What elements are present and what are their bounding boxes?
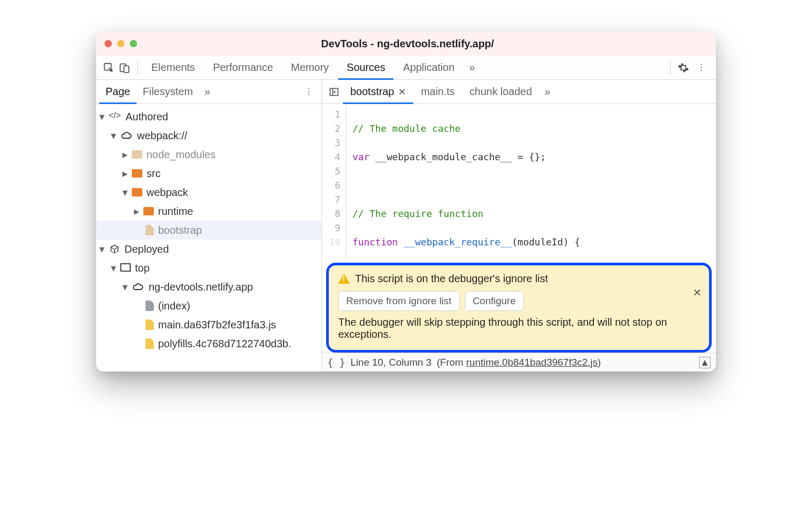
tree-label: (index)	[158, 300, 190, 312]
sidebar: Page Filesystem » ⋮ </> Authored webpack…	[96, 80, 322, 371]
titlebar: DevTools - ng-devtools.netlify.app/	[96, 32, 716, 56]
tab-memory[interactable]: Memory	[283, 56, 337, 80]
file-tab-label: main.ts	[421, 86, 454, 98]
tree-deployed[interactable]: Deployed	[96, 240, 321, 258]
line-number: 6	[322, 178, 340, 192]
sidebar-kebab-icon[interactable]: ⋮	[299, 87, 318, 97]
main-panel: Page Filesystem » ⋮ </> Authored webpack…	[96, 80, 716, 371]
sidebar-tabs: Page Filesystem » ⋮	[96, 80, 321, 104]
close-icon[interactable]: ✕	[398, 86, 406, 98]
tree-runtime[interactable]: runtime	[96, 202, 321, 221]
chevron-down-icon	[111, 262, 116, 274]
chevron-down-icon	[99, 110, 105, 123]
tree-polyfills[interactable]: polyfills.4c768d7122740d3b.	[96, 334, 321, 353]
pretty-print-icon[interactable]: { }	[327, 357, 345, 368]
tab-performance[interactable]: Performance	[204, 56, 282, 80]
tree-mainjs[interactable]: main.da63f7b2fe3f1fa3.js	[96, 315, 321, 334]
top-toolbar: Elements Performance Memory Sources Appl…	[96, 56, 716, 80]
folder-icon	[132, 188, 142, 197]
js-file-icon	[145, 319, 154, 330]
frame-icon	[120, 262, 131, 274]
tab-application[interactable]: Application	[394, 56, 463, 80]
collapse-icon[interactable]: ▲	[699, 357, 711, 368]
editor-panel: bootstrap ✕ main.ts chunk loaded » 1 2 3…	[322, 80, 716, 371]
file-icon	[145, 225, 154, 235]
tree-label: polyfills.4c768d7122740d3b.	[158, 338, 292, 350]
tree-label: ng-devtools.netlify.app	[149, 281, 253, 293]
tab-elements[interactable]: Elements	[143, 56, 203, 80]
tree-label: src	[147, 168, 161, 180]
js-file-icon	[145, 338, 154, 349]
kebab-icon[interactable]: ⋮	[692, 63, 711, 73]
svg-text:</>: </>	[109, 111, 121, 120]
statusbar: { } Line 10, Column 3 (From runtime.0b84…	[322, 353, 716, 371]
line-number: 5	[322, 164, 340, 178]
tree-node-modules[interactable]: node_modules	[96, 145, 321, 164]
close-window-button[interactable]	[105, 40, 112, 47]
tab-sources[interactable]: Sources	[338, 56, 393, 80]
cloud-icon	[132, 282, 144, 292]
tree-webpack-folder[interactable]: webpack	[96, 183, 321, 202]
chevron-down-icon	[122, 186, 128, 199]
tree-webpack[interactable]: webpack://	[96, 126, 321, 145]
close-icon[interactable]: ✕	[693, 286, 702, 299]
devtools-window: DevTools - ng-devtools.netlify.app/ Elem…	[96, 32, 716, 371]
tree-label: Deployed	[124, 243, 169, 255]
ignore-list-infobar: This script is on the debugger's ignore …	[326, 263, 712, 353]
sidebar-tabs-overflow-icon[interactable]: »	[199, 86, 215, 98]
package-icon	[109, 244, 120, 254]
tree-label: top	[135, 262, 150, 274]
tree-domain[interactable]: ng-devtools.netlify.app	[96, 277, 321, 296]
cloud-icon	[120, 131, 133, 140]
chevron-down-icon	[111, 129, 116, 142]
source-link[interactable]: runtime.0b841bad3967f3c2.js	[466, 357, 597, 368]
tree-label: runtime	[158, 205, 193, 218]
separator	[137, 61, 138, 75]
window-controls	[105, 40, 137, 47]
file-tabs-overflow-icon[interactable]: »	[539, 86, 556, 98]
gear-icon[interactable]	[676, 60, 691, 75]
svg-rect-4	[121, 264, 130, 271]
line-number: 3	[322, 136, 340, 150]
configure-button[interactable]: Configure	[465, 291, 524, 311]
sidebar-tab-filesystem[interactable]: Filesystem	[137, 80, 200, 104]
tabs-overflow-icon[interactable]: »	[464, 61, 480, 74]
from-label: (From runtime.0b841bad3967f3c2.js)	[437, 357, 601, 368]
tree-index[interactable]: (index)	[96, 296, 321, 315]
source-tree: </> Authored webpack:// node_modules src	[96, 104, 321, 356]
tree-label: bootstrap	[158, 224, 202, 236]
toggle-navigator-icon[interactable]	[325, 83, 343, 101]
device-toggle-icon[interactable]	[117, 60, 132, 75]
chevron-down-icon	[122, 281, 128, 293]
tree-authored[interactable]: </> Authored	[96, 107, 321, 126]
line-number: 4	[322, 150, 340, 164]
sidebar-tab-page[interactable]: Page	[99, 80, 137, 104]
folder-icon	[132, 150, 142, 159]
infobar-title: This script is on the debugger's ignore …	[355, 273, 548, 285]
inspect-icon[interactable]	[101, 60, 116, 75]
window-title: DevTools - ng-devtools.netlify.app/	[137, 38, 678, 50]
tree-label: node_modules	[147, 149, 215, 161]
file-tab-chunkloaded[interactable]: chunk loaded	[462, 80, 539, 104]
line-number: 2	[322, 121, 340, 136]
remove-ignore-button[interactable]: Remove from ignore list	[338, 291, 460, 311]
file-tab-bootstrap[interactable]: bootstrap ✕	[343, 80, 413, 104]
folder-icon	[132, 169, 142, 178]
tree-top[interactable]: top	[96, 258, 321, 277]
chevron-right-icon	[122, 148, 128, 161]
tree-src[interactable]: src	[96, 164, 321, 183]
file-tab-maints[interactable]: main.ts	[413, 80, 462, 104]
chevron-right-icon	[134, 205, 139, 218]
chevron-down-icon	[99, 243, 105, 255]
tree-bootstrap[interactable]: bootstrap	[96, 221, 321, 240]
line-number: 7	[322, 192, 340, 206]
separator	[670, 61, 671, 75]
file-icon	[145, 301, 154, 311]
tree-label: webpack://	[137, 130, 188, 142]
minimize-window-button[interactable]	[117, 40, 124, 47]
zoom-window-button[interactable]	[130, 40, 137, 47]
infobar-description: The debugger will skip stepping through …	[338, 316, 700, 340]
tree-label: Authored	[126, 111, 168, 123]
file-tabs: bootstrap ✕ main.ts chunk loaded »	[322, 80, 716, 104]
warning-icon	[338, 274, 350, 284]
